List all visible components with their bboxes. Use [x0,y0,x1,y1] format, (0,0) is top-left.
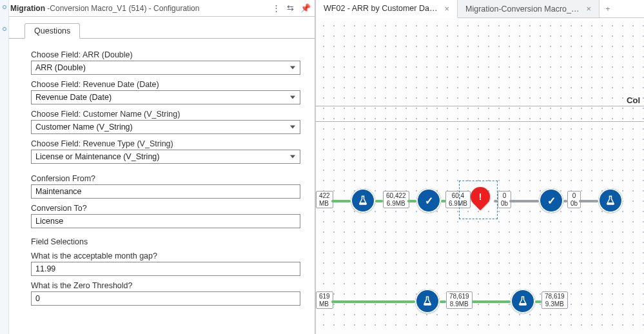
label-gap: What is the acceptable month gap? [31,251,300,260]
connector [472,300,511,303]
doc-tab-wf02[interactable]: WF02 - ARR by Customer Data Cleaning ...… [316,0,458,18]
connector [375,200,383,202]
connector [509,200,539,202]
inflow-stats: 422 MB [316,191,333,208]
doc-tab-label: WF02 - ARR by Customer Data Cleaning ... [324,4,439,13]
doc-tab-macro[interactable]: Migration-Conversion Macro_V1.yxmc × [458,0,600,17]
label-custname: Choose Field: Customer Name (V_String) [31,110,300,119]
canvas-corner-label: Col [627,95,640,105]
close-icon[interactable]: × [586,4,591,14]
stat-rows: 78,619 [449,293,469,300]
workflow-canvas[interactable]: Col 422 MB 60,422 6.9MB 60,4 6.9MB [316,18,644,334]
tool-formula[interactable] [415,289,440,313]
label-zero: What is the Zero Threshold? [31,281,300,290]
gutter-marker [3,27,6,31]
anchor-stats: 78,619 9.3MB [542,291,568,309]
label-revtype: Choose Field: Revenue Type (V_String) [31,139,300,148]
stat-rows: 619 [319,293,330,300]
tool-select[interactable] [416,188,441,213]
connector [579,200,598,202]
connector [331,200,351,202]
connector [331,300,415,303]
label-arr: Choose Field: ARR (Double) [31,50,300,59]
stat-size: 0b [501,200,508,208]
input-to[interactable] [31,214,300,228]
doc-tab-label: Migration-Conversion Macro_V1.yxmc [465,5,581,14]
stat-rows: 422 [319,192,330,200]
beaker-icon [422,295,433,307]
stat-rows: 0 [501,192,508,200]
panel-header: Migration -Conversion Macro_V1 (514) - C… [9,0,315,17]
stat-size: MB [319,200,330,208]
close-icon[interactable]: × [444,4,449,14]
config-panel: Migration -Conversion Macro_V1 (514) - C… [0,0,316,334]
tool-formula[interactable] [351,188,375,213]
stat-size: MB [319,300,330,308]
config-tabstrip: Questions [24,21,315,39]
stat-size: 8.9MB [449,300,469,308]
select-revdate[interactable]: Revenue Date (Date) [31,90,300,104]
gutter-marker [3,5,6,9]
panel-title-prefix: Migration [10,4,47,13]
connector [535,300,542,303]
kebab-icon[interactable]: ⋮ [272,3,280,13]
workspace: WF02 - ARR by Customer Data Cleaning ...… [316,0,644,334]
beaker-icon [517,295,529,307]
container-top-line [316,106,644,106]
stat-size: 6.9MB [449,200,467,208]
input-gap[interactable] [31,262,300,276]
stat-rows: 0 [571,192,578,200]
tab-questions[interactable]: Questions [24,23,80,39]
stat-size: 0b [571,200,578,208]
tool-select[interactable] [539,188,563,213]
tool-formula[interactable] [598,188,623,213]
label-to: Conversion To? [31,204,300,213]
direction-icon[interactable]: ⇆ [287,3,294,13]
panel-title-main: -Conversion Macro_V1 (514) - Configurati… [47,4,199,13]
beaker-icon [357,195,369,206]
beaker-icon [605,195,616,206]
questions-form: Choose Field: ARR (Double) ARR (Double) … [9,39,315,334]
connector [407,200,416,202]
container-divider [316,121,644,122]
panel-gutter [0,0,9,334]
stat-rows: 60,4 [449,192,467,200]
stat-size: 6.9MB [386,200,406,208]
stat-rows: 60,422 [386,192,406,200]
panel-title: Migration -Conversion Macro_V1 (514) - C… [10,4,272,13]
stat-size: 9.3MB [545,300,565,308]
pin-icon[interactable]: 📌 [300,3,311,13]
select-custname[interactable]: Customer Name (V_String) [31,120,300,134]
anchor-stats: 60,422 6.9MB [383,191,409,208]
input-zero[interactable] [31,291,300,306]
input-from[interactable] [31,184,300,199]
stat-rows: 78,619 [545,293,565,300]
anchor-stats: 60,4 6.9MB [445,191,471,208]
anchor-stats: 78,619 8.9MB [446,291,473,309]
select-arr[interactable]: ARR (Double) [31,61,300,75]
error-indicator-icon[interactable] [467,183,494,210]
tool-formula[interactable] [511,289,535,313]
connector [440,300,446,303]
label-field-selections: Field Selections [31,237,300,246]
select-revtype[interactable]: License or Maintenance (V_String) [31,150,300,164]
new-tab-button[interactable]: + [600,0,616,17]
inflow-stats: 619 MB [316,291,333,309]
document-tabstrip: WF02 - ARR by Customer Data Cleaning ...… [316,0,644,18]
label-from: Confersion From? [31,174,300,183]
label-revdate: Choose Field: Revenue Date (Date) [31,80,300,89]
